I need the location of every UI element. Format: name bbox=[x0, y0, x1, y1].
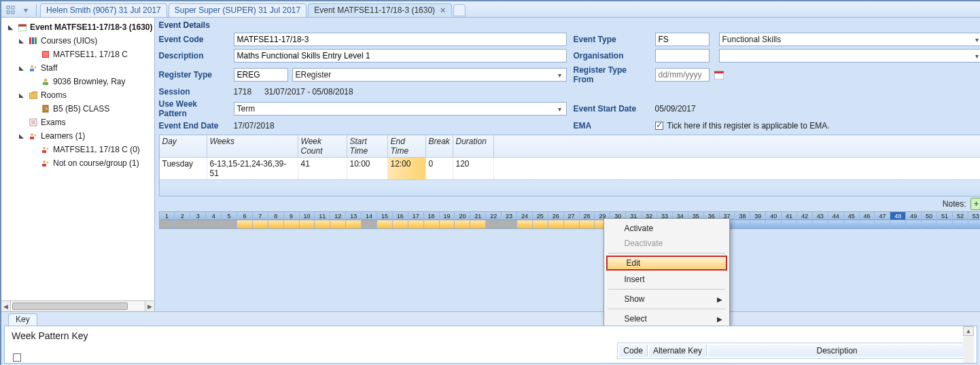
week-cell[interactable]: 50 bbox=[922, 212, 937, 228]
week-cell[interactable]: 9 bbox=[284, 212, 300, 228]
week-cell[interactable]: 15 bbox=[377, 212, 393, 228]
week-cell[interactable]: 7 bbox=[253, 212, 268, 228]
tab-super-super[interactable]: Super Super (SUPER) 31 Jul 2017 bbox=[169, 3, 307, 17]
tree-staff[interactable]: ◣ Staff bbox=[15, 61, 153, 75]
week-cell[interactable]: 40 bbox=[766, 212, 782, 228]
week-cell[interactable]: 28 bbox=[580, 212, 595, 228]
scroll-thumb[interactable] bbox=[12, 302, 128, 310]
description-input[interactable] bbox=[234, 49, 567, 63]
event-type-code-input[interactable] bbox=[655, 33, 710, 46]
tree-rooms[interactable]: ◣ Rooms bbox=[15, 88, 153, 102]
week-cell[interactable]: 8 bbox=[268, 212, 284, 228]
ema-checkbox[interactable]: Tick here if this register is applicable… bbox=[655, 121, 980, 131]
week-cell[interactable]: 12 bbox=[330, 212, 346, 228]
tab-helen-smith[interactable]: Helen Smith (9067) 31 Jul 2017 bbox=[40, 3, 167, 17]
menu-item-select[interactable]: Select▶ bbox=[606, 311, 728, 326]
week-cell[interactable]: 20 bbox=[455, 212, 470, 228]
tree-exams[interactable]: Exams bbox=[15, 116, 153, 129]
register-type-select[interactable]: ERegister ▾ bbox=[292, 68, 567, 82]
week-cell[interactable]: 51 bbox=[937, 212, 953, 228]
week-cell[interactable]: 17 bbox=[408, 212, 424, 228]
tab-event-active[interactable]: Event MATFSE11-17/18-3 (1630) ✕ bbox=[308, 3, 452, 17]
tree-learners[interactable]: ◣ Learners (1) bbox=[15, 129, 153, 143]
tab-key[interactable]: Key bbox=[8, 313, 37, 326]
week-cell[interactable]: 53 bbox=[968, 212, 980, 228]
col-end-time[interactable]: End Time bbox=[388, 135, 426, 158]
tree-courses[interactable]: ◣ Courses (UIOs) bbox=[15, 34, 153, 48]
week-cell[interactable]: 24 bbox=[517, 212, 533, 228]
menu-item-insert[interactable]: Insert bbox=[606, 272, 728, 287]
week-cell[interactable]: 47 bbox=[875, 212, 890, 228]
week-cell[interactable]: 19 bbox=[440, 212, 455, 228]
vertical-scrollbar[interactable]: ▲ bbox=[963, 326, 974, 363]
scroll-right-icon[interactable]: ▶ bbox=[145, 301, 154, 311]
week-cell[interactable]: 43 bbox=[813, 212, 828, 228]
key-checkbox[interactable] bbox=[13, 353, 21, 362]
tree-learner-item[interactable]: Not on course/group (1) bbox=[27, 156, 153, 170]
week-cell[interactable]: 18 bbox=[424, 212, 440, 228]
use-week-pattern-select[interactable]: Term ▾ bbox=[234, 102, 567, 116]
tree-learner-item[interactable]: MATFSE11, 17/18 C (0) bbox=[27, 143, 153, 156]
tree-staff-item[interactable]: 9036 Brownley, Ray bbox=[27, 75, 153, 88]
collapse-icon[interactable]: ◣ bbox=[19, 92, 26, 99]
col-start-time[interactable]: Start Time bbox=[347, 135, 388, 158]
tree-room-item[interactable]: B5 (B5) CLASS bbox=[27, 102, 153, 116]
week-cell[interactable]: 42 bbox=[797, 212, 813, 228]
col-duration[interactable]: Duration bbox=[453, 135, 494, 158]
week-cell[interactable]: 10 bbox=[300, 212, 315, 228]
week-cell[interactable]: 5 bbox=[222, 212, 237, 228]
col-day[interactable]: Day bbox=[160, 135, 207, 158]
tree-course-item[interactable]: MATFSE11, 17/18 C bbox=[27, 48, 153, 61]
week-cell[interactable]: 23 bbox=[502, 212, 517, 228]
week-strip[interactable]: 1234567891011121314151617181920212223242… bbox=[159, 211, 980, 229]
collapse-icon[interactable]: ◣ bbox=[8, 24, 15, 31]
week-cell[interactable]: 16 bbox=[393, 212, 408, 228]
app-grid-icon[interactable] bbox=[4, 4, 18, 16]
week-cell[interactable]: 13 bbox=[346, 212, 362, 228]
collapse-icon[interactable]: ◣ bbox=[19, 37, 26, 44]
week-cell[interactable]: 25 bbox=[533, 212, 548, 228]
scroll-left-icon[interactable]: ◀ bbox=[1, 301, 11, 311]
scroll-up-icon[interactable]: ▲ bbox=[963, 326, 974, 336]
week-cell[interactable]: 2 bbox=[175, 212, 190, 228]
week-cell[interactable]: 46 bbox=[860, 212, 875, 228]
week-cell[interactable]: 41 bbox=[782, 212, 797, 228]
week-cell[interactable]: 38 bbox=[735, 212, 750, 228]
week-cell[interactable]: 14 bbox=[362, 212, 377, 228]
col-weeks[interactable]: Weeks bbox=[207, 135, 298, 158]
week-cell[interactable]: 26 bbox=[548, 212, 564, 228]
event-code-input[interactable] bbox=[234, 33, 567, 46]
week-cell[interactable]: 27 bbox=[564, 212, 580, 228]
col-alt-key[interactable]: Alternate Key bbox=[649, 345, 707, 357]
week-cell[interactable]: 22 bbox=[486, 212, 502, 228]
tree-horizontal-scrollbar[interactable]: ◀ ▶ bbox=[1, 300, 154, 311]
table-row[interactable]: Tuesday 6-13,15-21,24-36,39-51 41 10:00 … bbox=[160, 158, 980, 179]
new-tab-button[interactable] bbox=[453, 4, 466, 16]
add-note-button[interactable]: + bbox=[970, 198, 980, 210]
register-type-code-input[interactable] bbox=[234, 68, 288, 82]
week-cell[interactable]: 44 bbox=[828, 212, 844, 228]
week-cell[interactable]: 49 bbox=[906, 212, 922, 228]
register-type-from-input[interactable] bbox=[655, 68, 710, 82]
organisation-select[interactable]: ▾ bbox=[719, 49, 980, 63]
week-cell[interactable]: 21 bbox=[470, 212, 486, 228]
menu-item-edit[interactable]: Edit bbox=[606, 256, 727, 271]
calendar-icon[interactable] bbox=[714, 69, 724, 80]
week-cell[interactable]: 11 bbox=[315, 212, 330, 228]
event-type-select[interactable]: Functional Skills ▾ bbox=[719, 33, 980, 46]
collapse-icon[interactable]: ◣ bbox=[19, 65, 26, 71]
week-cell[interactable]: 52 bbox=[953, 212, 968, 228]
col-code[interactable]: Code bbox=[619, 345, 648, 357]
collapse-icon[interactable]: ◣ bbox=[19, 133, 26, 139]
col-week-count[interactable]: Week Count bbox=[298, 135, 347, 158]
week-cell[interactable]: 48 bbox=[890, 212, 906, 228]
organisation-code-input[interactable] bbox=[655, 49, 710, 63]
tree-root[interactable]: ◣ Event MATFSE11-17/18-3 (1630) bbox=[4, 20, 153, 34]
week-cell[interactable]: 39 bbox=[750, 212, 766, 228]
week-cell[interactable]: 45 bbox=[844, 212, 860, 228]
menu-item-show[interactable]: Show▶ bbox=[606, 292, 728, 307]
week-cell[interactable]: 1 bbox=[160, 212, 175, 228]
week-cell[interactable]: 3 bbox=[190, 212, 206, 228]
menu-item-activate[interactable]: Activate bbox=[606, 221, 728, 236]
week-cell[interactable]: 6 bbox=[237, 212, 253, 228]
